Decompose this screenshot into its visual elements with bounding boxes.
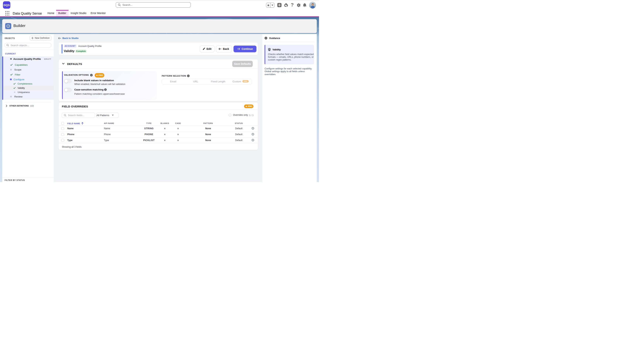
svg-text:?: ? <box>291 2 294 8</box>
